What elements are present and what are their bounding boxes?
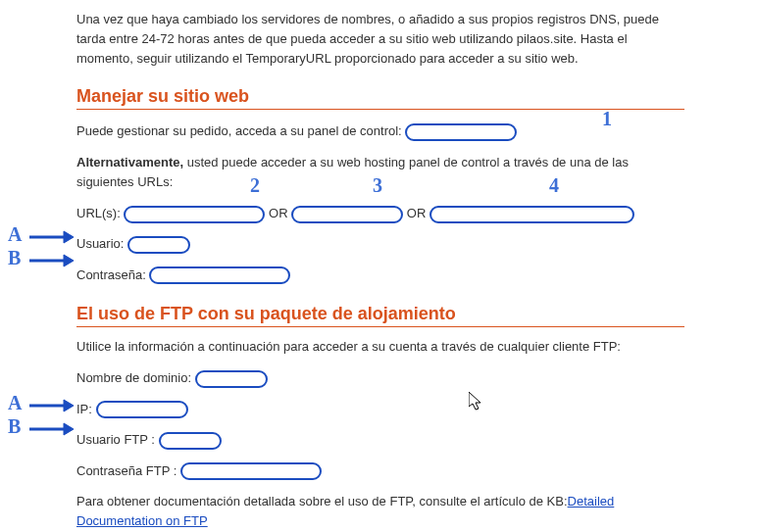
document-body: Una vez que haya cambiado los servidores… [76,0,684,532]
annotation-letter-B-1: B [8,247,21,269]
urls-row: URL(s): OR OR [76,202,684,224]
redacted-user [127,236,190,254]
svg-marker-1 [64,231,74,243]
ftp-domain-row: Nombre de dominio: [76,366,684,389]
redacted-control-panel-url [405,123,517,141]
urls-label: URL(s): [76,206,124,220]
ftp-pass-row: Contraseña FTP : [76,459,684,482]
annotation-letter-A-2: A [8,392,22,414]
annotation-letter-A-1: A [8,223,22,246]
redacted-url-3 [430,206,634,223]
or-text-2: OR [407,206,430,220]
ftp-user-row: Usuario FTP : [76,428,684,451]
alt-bold: Alternativamente, [76,155,183,169]
heading-manage-site: Manejar su sitio web [76,86,684,110]
redacted-password [149,266,290,284]
redacted-ftp-pass [180,462,322,480]
alt-access-paragraph: Alternativamente, usted puede acceder a … [76,153,684,192]
annotation-letter-B-2: B [8,415,21,438]
arrow-icon [29,254,74,267]
password-label: Contraseña: [76,267,149,282]
intro-paragraph: Una vez que haya cambiado los servidores… [76,10,684,69]
ftp-intro: Utilice la información a continuación pa… [76,337,684,357]
kb-paragraph: Para obtener documentación detallada sob… [76,492,684,531]
redacted-ftp-ip [96,401,188,418]
redacted-ftp-domain [195,370,268,388]
redacted-ftp-user [159,432,222,450]
control-panel-line: Puede gestionar su pedido, acceda a su p… [76,120,684,142]
arrow-icon [29,422,74,436]
kb-prefix: Para obtener documentación detallada sob… [76,494,568,508]
ftp-ip-label: IP: [76,402,96,416]
control-panel-label: Puede gestionar su pedido, acceda a su p… [76,123,402,138]
svg-marker-5 [64,400,74,411]
svg-marker-3 [64,255,74,266]
ftp-ip-row: IP: [76,398,684,420]
ftp-domain-label: Nombre de dominio: [76,370,195,385]
user-row: Usuario: [76,232,684,255]
or-text-1: OR [269,206,291,220]
redacted-url-1 [124,206,265,223]
redacted-url-2 [291,206,403,223]
arrow-icon [29,230,74,244]
svg-marker-7 [64,423,74,435]
ftp-user-label: Usuario FTP : [76,432,159,447]
arrow-icon [29,399,74,412]
ftp-pass-label: Contraseña FTP : [76,463,180,478]
user-label: Usuario: [76,236,127,251]
password-row: Contraseña: [76,264,684,286]
heading-ftp: El uso de FTP con su paquete de alojamie… [76,304,684,327]
